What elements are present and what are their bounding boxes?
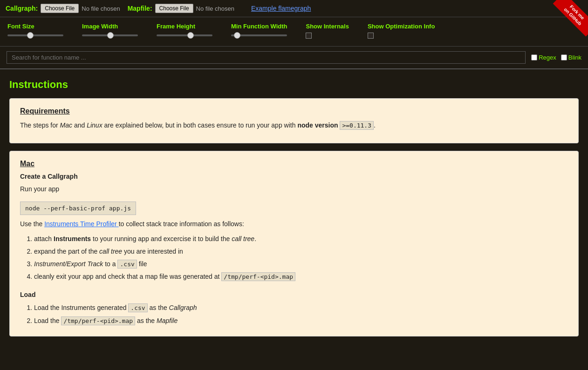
mapfile-group: Mapfile: Choose File No file chosen (128, 4, 234, 13)
regex-option: Regex (531, 54, 556, 61)
run-app-text: Run your app (20, 184, 568, 194)
load-heading: Load (20, 291, 568, 298)
image-width-slider-thumb[interactable] (107, 32, 114, 39)
list-item: attach Instruments to your running app a… (34, 233, 568, 245)
collect-text: to collect stack trace information as fo… (119, 220, 244, 228)
list-item: Instrument/Export Track to a .csv file (34, 258, 568, 270)
min-function-width-label: Min Function Width (231, 23, 287, 30)
top-bar: Callgraph: Choose File No file chosen Ma… (0, 0, 588, 17)
req-version: >=0.11.3 (340, 121, 374, 130)
use-instruments-text: Use the Instruments Time Profiler to col… (20, 219, 568, 229)
req-node: node version (297, 121, 338, 129)
image-width-control: Image Width (82, 23, 138, 36)
req-and: and (72, 121, 87, 129)
create-callgraph-heading: Create a Callgraph (20, 173, 568, 180)
show-optimization-checkbox[interactable] (368, 33, 374, 39)
requirements-text: The steps for Mac and Linux are explaine… (20, 120, 568, 131)
show-internals-checkbox[interactable] (306, 33, 312, 39)
min-function-width-control: Min Function Width (231, 23, 287, 36)
list-item: Load the Instruments generated .csv as t… (34, 302, 568, 314)
callgraph-file-button[interactable]: Choose File (41, 4, 79, 13)
frame-height-slider-thumb[interactable] (187, 32, 194, 39)
req-text-before: The steps for (20, 121, 60, 129)
frame-height-control: Frame Height (157, 23, 212, 36)
req-mac: Mac (60, 121, 72, 129)
blink-label: Blink (568, 54, 581, 61)
mapfile-file-button[interactable]: Choose File (155, 4, 193, 13)
fork-ribbon[interactable]: Fork meon GitHub (551, 0, 588, 37)
instruments-link[interactable]: Instruments Time Profiler (44, 220, 119, 228)
mapfile-no-file: No file chosen (196, 5, 234, 12)
req-period: . (374, 121, 376, 129)
mapfile-label: Mapfile: (128, 5, 152, 12)
show-optimization-control: Show Optimization Info (368, 23, 435, 39)
fork-ribbon-text: Fork meon GitHub (553, 0, 588, 36)
image-width-label: Image Width (82, 23, 118, 30)
req-text-after: are explained below, but in both cases e… (103, 121, 298, 129)
search-input[interactable] (7, 51, 526, 64)
search-bar: Regex Blink (0, 47, 588, 69)
csv-code: .csv (117, 260, 137, 269)
controls-bar: Font Size Image Width Frame Height Min F… (0, 17, 588, 47)
mac-steps-list: attach Instruments to your running app a… (20, 233, 568, 283)
list-item: expand the part of the call tree you are… (34, 246, 568, 257)
example-flamegraph-link[interactable]: Example flamegraph (251, 5, 311, 12)
font-size-label: Font Size (7, 23, 34, 30)
callgraph-group: Callgraph: Choose File No file chosen (6, 4, 120, 13)
search-options: Regex Blink (531, 54, 581, 61)
blink-checkbox[interactable] (561, 54, 567, 61)
frame-height-label: Frame Height (157, 23, 195, 30)
image-width-slider-track[interactable] (82, 34, 138, 36)
regex-label: Regex (539, 54, 556, 61)
callgraph-no-file: No file chosen (82, 5, 120, 12)
min-function-width-slider-track[interactable] (231, 34, 287, 36)
map-inline: /tmp/perf-<pid>.map (61, 316, 135, 325)
requirements-card: Requirements The steps for Mac and Linux… (9, 98, 579, 143)
requirements-heading: Requirements (20, 107, 568, 115)
csv-inline: .csv (128, 303, 147, 312)
show-optimization-label: Show Optimization Info (368, 23, 435, 30)
font-size-slider-track[interactable] (7, 34, 63, 36)
instructions-title: Instructions (9, 79, 579, 91)
show-optimization-checkbox-row (368, 33, 374, 39)
mac-heading: Mac (20, 160, 568, 168)
font-size-control: Font Size (7, 23, 63, 36)
main-content: Instructions Requirements The steps for … (0, 69, 588, 353)
min-function-width-slider-thumb[interactable] (234, 32, 240, 39)
font-size-slider-thumb[interactable] (27, 32, 34, 39)
run-app-command: node --perf-basic-prof app.js (20, 202, 136, 215)
show-internals-checkbox-row (306, 33, 312, 39)
show-internals-control: Show Internals (306, 23, 349, 39)
callgraph-label: Callgraph: (6, 5, 38, 12)
frame-height-slider-track[interactable] (157, 34, 212, 36)
mac-card: Mac Create a Callgraph Run your app node… (9, 151, 579, 336)
map-path-code: /tmp/perf-<pid>.map (221, 272, 295, 281)
blink-option: Blink (561, 54, 581, 61)
list-item: Load the /tmp/perf-<pid>.map as the Mapf… (34, 315, 568, 327)
list-item: cleanly exit your app and check that a m… (34, 271, 568, 283)
use-text: Use the (20, 220, 44, 228)
regex-checkbox[interactable] (531, 54, 537, 61)
req-linux: Linux (87, 121, 102, 129)
show-internals-label: Show Internals (306, 23, 349, 30)
load-steps-list: Load the Instruments generated .csv as t… (20, 302, 568, 326)
